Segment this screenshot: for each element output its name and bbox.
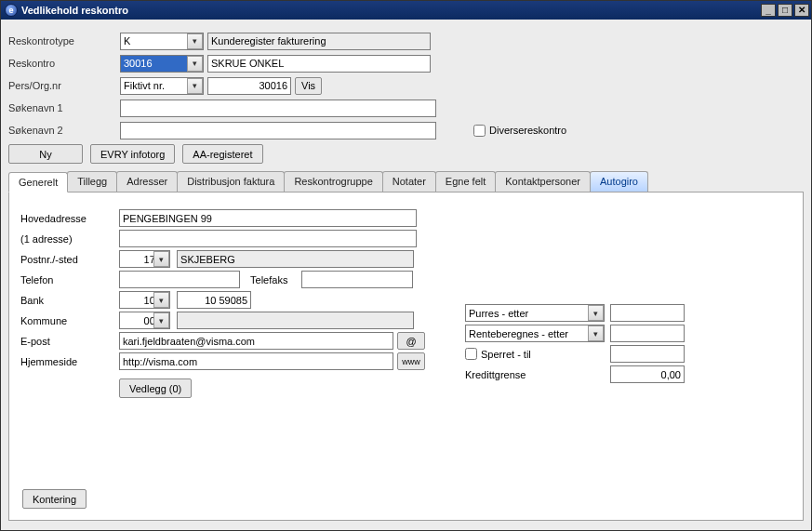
kommune-navn xyxy=(177,312,414,329)
purres-value[interactable] xyxy=(610,304,685,322)
client-area: Reskontrotype ▾ Reskontro ▾ Pers/Org.nr xyxy=(1,20,811,530)
minimize-button[interactable]: _ xyxy=(761,4,776,17)
ny-button[interactable]: Ny xyxy=(8,144,83,164)
kommune-select[interactable] xyxy=(119,312,170,329)
sperret-value[interactable] xyxy=(610,345,685,363)
kontering-button[interactable]: Kontering xyxy=(22,489,87,509)
window-title: Vedlikehold reskontro xyxy=(21,5,128,16)
label-adresse-count: (1 adresse) xyxy=(20,233,113,245)
tab-egnefelt[interactable]: Egne felt xyxy=(435,171,496,192)
aaregisteret-button[interactable]: AA-registeret xyxy=(182,144,262,164)
label-reskontro: Reskontro xyxy=(8,58,120,69)
label-reskontrotype: Reskontrotype xyxy=(8,35,120,46)
label-hovedadresse: Hovedadresse xyxy=(20,213,113,224)
window: e Vedlikehold reskontro _ □ ✕ Reskontrot… xyxy=(0,0,812,531)
hovedadresse-input[interactable] xyxy=(119,209,417,227)
vis-button[interactable]: Vis xyxy=(295,77,322,95)
bank-account-input[interactable] xyxy=(177,291,251,309)
right-block: ▾ ▾ Sperret - til xyxy=(465,304,716,386)
sperret-label: Sperret - til xyxy=(481,349,531,360)
vedlegg-button[interactable]: Vedlegg (0) xyxy=(119,378,192,398)
reskontro-select[interactable] xyxy=(120,55,204,73)
hjemmeside-input[interactable] xyxy=(119,352,393,370)
app-icon: e xyxy=(5,4,18,17)
epost-input[interactable] xyxy=(119,332,393,350)
bank-code-select[interactable] xyxy=(119,291,170,309)
label-persorg: Pers/Org.nr xyxy=(8,80,120,91)
tab-distribusjon[interactable]: Distribusjon faktura xyxy=(177,171,285,192)
diversereskontro-label: Diversereskontro xyxy=(489,125,566,136)
rente-select[interactable] xyxy=(465,325,605,342)
tab-adresser[interactable]: Adresser xyxy=(116,171,178,192)
postnr-select[interactable] xyxy=(119,250,170,268)
reskontrotype-desc xyxy=(207,33,431,50)
diversereskontro-box[interactable] xyxy=(473,125,486,137)
adresse2-input[interactable] xyxy=(119,230,417,247)
label-sokenavn2: Søkenavn 2 xyxy=(8,125,120,136)
kredittgrense-value[interactable] xyxy=(610,365,685,383)
persorg-nr[interactable] xyxy=(207,77,291,95)
maximize-button[interactable]: □ xyxy=(778,4,792,17)
label-kredittgrense: Kredittgrense xyxy=(465,369,605,380)
tab-tillegg[interactable]: Tillegg xyxy=(67,171,117,192)
diversereskontro-checkbox[interactable]: Diversereskontro xyxy=(473,125,566,137)
label-telefon: Telefon xyxy=(20,274,113,285)
tab-bar: Generelt Tillegg Adresser Distribusjon f… xyxy=(8,171,804,192)
persorg-type-select[interactable] xyxy=(120,77,204,95)
sperret-box[interactable] xyxy=(465,348,477,360)
label-sokenavn1: Søkenavn 1 xyxy=(8,102,120,113)
purres-select[interactable] xyxy=(465,304,605,322)
poststed-input xyxy=(177,250,414,268)
label-telefaks: Telefaks xyxy=(250,274,299,285)
label-hjemmeside: Hjemmeside xyxy=(20,356,113,367)
tab-panel-generelt: Hovedadresse (1 adresse) Postnr./-sted ▾… xyxy=(8,192,804,521)
telefon-input[interactable] xyxy=(119,271,240,288)
reskontro-name[interactable] xyxy=(207,55,431,73)
tab-kontaktpersoner[interactable]: Kontaktpersoner xyxy=(495,171,591,192)
close-button[interactable]: ✕ xyxy=(794,4,809,17)
rente-value[interactable] xyxy=(610,325,685,342)
sperret-checkbox[interactable]: Sperret - til xyxy=(465,348,605,360)
tab-notater[interactable]: Notater xyxy=(382,171,436,192)
label-postnr: Postnr./-sted xyxy=(20,254,113,265)
email-button[interactable]: @ xyxy=(397,332,425,350)
sokenavn2-input[interactable] xyxy=(120,122,436,139)
label-kommune: Kommune xyxy=(20,315,113,326)
titlebar: e Vedlikehold reskontro _ □ ✕ xyxy=(1,1,811,20)
tab-autogiro[interactable]: Autogiro xyxy=(590,171,648,192)
tab-generelt[interactable]: Generelt xyxy=(8,172,68,192)
label-bank: Bank xyxy=(20,295,113,306)
sokenavn1-input[interactable] xyxy=(120,100,436,117)
www-button[interactable]: www xyxy=(397,352,425,370)
header-form: Reskontrotype ▾ Reskontro ▾ Pers/Org.nr xyxy=(8,27,804,171)
evry-button[interactable]: EVRY infotorg xyxy=(90,144,175,164)
reskontrotype-select[interactable] xyxy=(120,33,204,50)
tab-reskontrogruppe[interactable]: Reskontrogruppe xyxy=(284,171,382,192)
label-epost: E-post xyxy=(20,336,113,347)
telefaks-input[interactable] xyxy=(301,271,413,288)
